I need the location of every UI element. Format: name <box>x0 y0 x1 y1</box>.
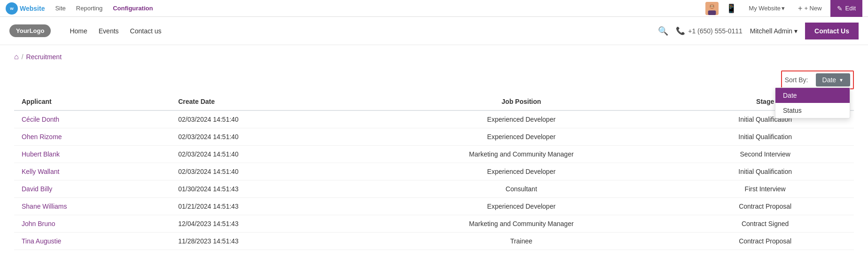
website-navbar: YourLogo Home Events Contact us 🔍 📞 +1 (… <box>0 17 868 45</box>
edit-button[interactable]: ✎ Edit <box>830 0 862 17</box>
breadcrumb-recruitment[interactable]: Recruitment <box>26 53 62 61</box>
sort-option-status[interactable]: Status <box>775 103 850 118</box>
cell-position: Experienced Developer <box>366 110 676 128</box>
applicants-table: Applicant Create Date Job Position Stage… <box>14 93 854 250</box>
col-applicant: Applicant <box>14 93 171 110</box>
sort-current-value: Date <box>822 76 837 84</box>
phone-number: +1 (650) 555-0111 <box>688 27 743 35</box>
table-row: Ohen Rizome02/03/2024 14:51:40Experience… <box>14 128 854 146</box>
new-btn[interactable]: + + New <box>793 2 827 15</box>
phone-info: 📞 +1 (650) 555-0111 <box>676 26 743 35</box>
cell-position: Experienced Developer <box>366 198 676 215</box>
user-name: Mitchell Admin <box>750 27 792 35</box>
cell-stage: Contract Proposal <box>676 233 854 250</box>
sort-label: Sort By: <box>785 76 808 84</box>
my-website-btn[interactable]: My Website ▾ <box>744 3 790 14</box>
table-row: Shane Williams01/21/2024 14:51:43Experie… <box>14 198 854 215</box>
admin-nav-reporting[interactable]: Reporting <box>71 3 107 14</box>
user-menu[interactable]: Mitchell Admin ▾ <box>750 27 798 35</box>
admin-bar-right: 📱 My Website ▾ + + New ✎ Edit <box>705 0 862 17</box>
table-header: Applicant Create Date Job Position Stage <box>14 93 854 110</box>
chevron-down-icon: ▾ <box>782 5 785 12</box>
mobile-icon[interactable]: 📱 <box>722 2 740 15</box>
cell-applicant[interactable]: Hubert Blank <box>14 146 171 163</box>
edit-label: Edit <box>845 5 856 12</box>
svg-point-7 <box>712 6 713 7</box>
cell-date: 11/28/2023 14:51:43 <box>171 233 366 250</box>
cell-date: 02/03/2024 14:51:40 <box>171 146 366 163</box>
nav-contact-us[interactable]: Contact us <box>130 27 162 35</box>
content-area: ⌂ / Recruitment Sort By: Date ▼ Date Sta… <box>0 45 868 261</box>
nav-home[interactable]: Home <box>70 27 87 35</box>
cell-stage: Initial Qualification <box>676 163 854 180</box>
col-create-date: Create Date <box>171 93 366 110</box>
cell-stage: First Interview <box>676 180 854 198</box>
sort-dropdown-button[interactable]: Date ▼ <box>816 73 850 86</box>
breadcrumb-sep: / <box>22 53 23 61</box>
table-row: Tina Augustie11/28/2023 14:51:43TraineeC… <box>14 233 854 250</box>
col-job-position: Job Position <box>366 93 676 110</box>
home-icon[interactable]: ⌂ <box>14 53 19 61</box>
cell-applicant[interactable]: David Billy <box>14 180 171 198</box>
user-avatar[interactable] <box>705 2 719 15</box>
search-button[interactable]: 🔍 <box>658 26 668 36</box>
svg-text:W: W <box>10 6 14 10</box>
cell-position: Marketing and Community Manager <box>366 146 676 163</box>
admin-nav-site[interactable]: Site <box>50 3 70 14</box>
cell-stage: Contract Signed <box>676 215 854 233</box>
sort-option-date[interactable]: Date <box>775 88 850 103</box>
cell-stage: Contract Proposal <box>676 198 854 215</box>
contact-us-button[interactable]: Contact Us <box>805 23 859 39</box>
cell-applicant[interactable]: Kelly Wallant <box>14 163 171 180</box>
cell-date: 12/04/2023 14:51:43 <box>171 215 366 233</box>
cell-date: 01/21/2024 14:51:43 <box>171 198 366 215</box>
website-nav-right: 🔍 📞 +1 (650) 555-0111 Mitchell Admin ▾ C… <box>658 23 859 39</box>
table-row: John Bruno12/04/2023 14:51:43Marketing a… <box>14 215 854 233</box>
cell-applicant[interactable]: Tina Augustie <box>14 233 171 250</box>
table-body: Cécile Donth02/03/2024 14:51:40Experienc… <box>14 110 854 250</box>
admin-logo-label[interactable]: Website <box>20 5 45 12</box>
cell-position: Consultant <box>366 180 676 198</box>
sort-arrow-icon: ▼ <box>839 78 844 83</box>
table-row: David Billy01/30/2024 14:51:43Consultant… <box>14 180 854 198</box>
cell-position: Experienced Developer <box>366 128 676 146</box>
admin-nav: Site Reporting Configuration <box>50 3 157 14</box>
cell-position: Trainee <box>366 233 676 250</box>
chevron-down-icon: ▾ <box>794 27 798 35</box>
sort-dropdown-wrapper: Date ▼ Date Status <box>816 73 850 86</box>
cell-applicant[interactable]: Cécile Donth <box>14 110 171 128</box>
cell-date: 02/03/2024 14:51:40 <box>171 163 366 180</box>
table-row: Kelly Wallant02/03/2024 14:51:40Experien… <box>14 163 854 180</box>
cell-date: 01/30/2024 14:51:43 <box>171 180 366 198</box>
table-row: Cécile Donth02/03/2024 14:51:40Experienc… <box>14 110 854 128</box>
cell-stage: Initial Qualification <box>676 128 854 146</box>
pencil-icon: ✎ <box>837 5 843 12</box>
cell-stage: Second Interview <box>676 146 854 163</box>
sort-area: Sort By: Date ▼ Date Status <box>14 70 854 89</box>
table-row: Hubert Blank02/03/2024 14:51:40Marketing… <box>14 146 854 163</box>
cell-applicant[interactable]: Shane Williams <box>14 198 171 215</box>
admin-bar: W Website Site Reporting Configuration 📱… <box>0 0 868 17</box>
odoo-icon: W <box>6 2 18 15</box>
cell-date: 02/03/2024 14:51:40 <box>171 110 366 128</box>
cell-applicant[interactable]: John Bruno <box>14 215 171 233</box>
nav-events[interactable]: Events <box>99 27 119 35</box>
phone-icon: 📞 <box>676 26 685 35</box>
cell-position: Marketing and Community Manager <box>366 215 676 233</box>
table-header-row: Applicant Create Date Job Position Stage <box>14 93 854 110</box>
site-logo[interactable]: YourLogo <box>9 24 51 37</box>
cell-date: 02/03/2024 14:51:40 <box>171 128 366 146</box>
cell-applicant[interactable]: Ohen Rizome <box>14 128 171 146</box>
svg-rect-4 <box>708 10 716 15</box>
sort-dropdown-menu: Date Status <box>775 87 850 118</box>
admin-logo: W Website <box>6 2 45 15</box>
sort-highlight-box: Sort By: Date ▼ Date Status <box>781 70 854 89</box>
admin-nav-configuration[interactable]: Configuration <box>108 3 157 14</box>
website-nav-links: Home Events Contact us <box>70 27 161 35</box>
breadcrumb: ⌂ / Recruitment <box>14 53 854 61</box>
cell-position: Experienced Developer <box>366 163 676 180</box>
svg-point-6 <box>711 6 712 7</box>
